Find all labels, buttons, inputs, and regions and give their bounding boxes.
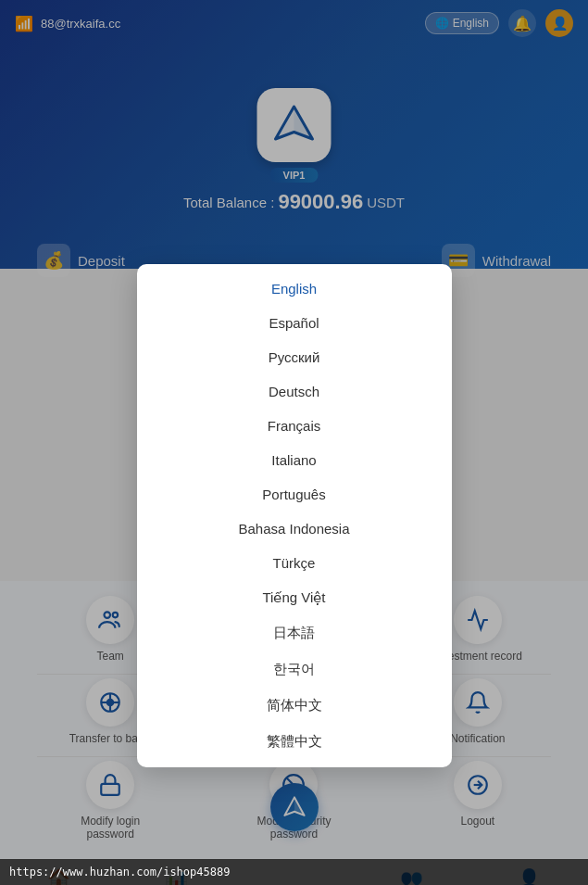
lang-item-it[interactable]: Italiano <box>137 443 452 477</box>
lang-item-id[interactable]: Bahasa Indonesia <box>137 512 452 546</box>
lang-item-de[interactable]: Deutsch <box>137 374 452 409</box>
url-text: https://www.huzhan.com/ishop45889 <box>9 866 230 879</box>
lang-item-fr[interactable]: Français <box>137 409 452 443</box>
lang-item-zh-tw[interactable]: 繁體中文 <box>137 724 452 760</box>
lang-item-vi[interactable]: Tiếng Việt <box>137 580 452 615</box>
lang-item-zh-cn[interactable]: 简体中文 <box>137 688 452 724</box>
lang-item-ja[interactable]: 日本語 <box>137 615 452 651</box>
url-bar: https://www.huzhan.com/ishop45889 <box>0 859 588 885</box>
lang-item-tr[interactable]: Türkçe <box>137 546 452 580</box>
lang-item-es[interactable]: Español <box>137 306 452 340</box>
lang-item-ko[interactable]: 한국어 <box>137 651 452 688</box>
language-dropdown: English Español Русский Deutsch Français… <box>137 264 452 767</box>
lang-item-pt[interactable]: Português <box>137 477 452 512</box>
lang-item-en[interactable]: English <box>137 272 452 306</box>
lang-item-ru[interactable]: Русский <box>137 340 452 374</box>
